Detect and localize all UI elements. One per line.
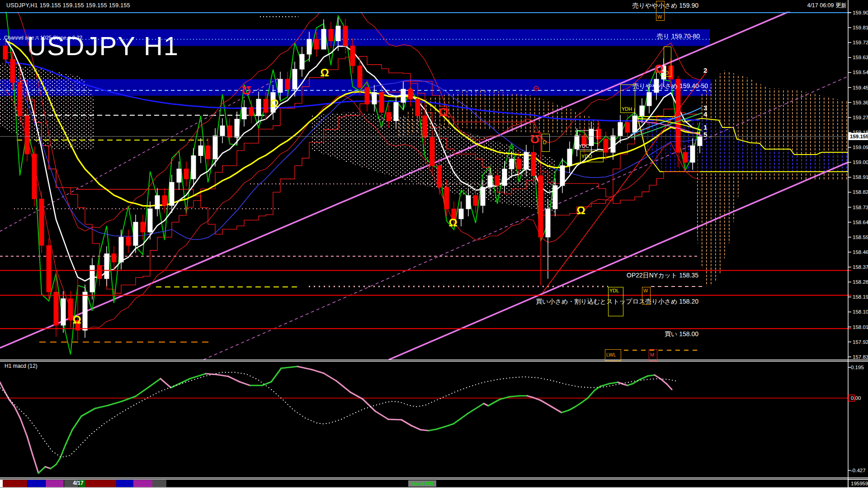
candle-body xyxy=(387,113,391,121)
candle-body xyxy=(184,169,189,179)
price-axis-label: 158.370 xyxy=(853,264,868,270)
macd-main-line xyxy=(14,407,20,418)
macd-main-line xyxy=(27,436,33,455)
period-box-m: M xyxy=(649,349,657,361)
price-axis-label: 158.730 xyxy=(853,205,868,210)
candle-body xyxy=(32,154,37,199)
macd-main-line xyxy=(336,381,350,392)
macd-main-line xyxy=(81,408,95,416)
candle-body xyxy=(553,186,557,209)
candle-body xyxy=(220,126,225,136)
candle-body xyxy=(466,196,471,209)
candle-body xyxy=(162,196,167,206)
candle-body xyxy=(625,122,630,132)
candle-body xyxy=(47,245,51,292)
macd-main-line xyxy=(45,467,51,469)
timeline-segment xyxy=(133,480,152,487)
price-axis-label: 159.720 xyxy=(853,40,868,45)
macd-main-line xyxy=(436,427,445,429)
candle-body xyxy=(423,116,427,137)
candle-body xyxy=(307,39,311,54)
annotation-sell-15940: 売りやや小さめ 159.40-50 xyxy=(428,82,708,90)
price-axis[interactable]: 159.900159.810159.720159.630159.540159.4… xyxy=(848,10,868,360)
chart-canvas[interactable]: USDJPY H1ΩΩΩΩΩΩΩΩΩ159.900159.810159.7201… xyxy=(0,0,868,488)
macd-main-line xyxy=(72,416,81,430)
macd-axis-top: 0.195 xyxy=(851,365,864,370)
date-label: 4/17 xyxy=(67,480,89,486)
sell-signal-icon: Ω xyxy=(655,62,664,75)
candle-body xyxy=(227,126,232,137)
macd-main-line xyxy=(66,430,72,445)
macd-main-line xyxy=(468,404,484,413)
price-axis-label: 158.640 xyxy=(853,220,868,225)
price-axis-label: 158.280 xyxy=(853,279,868,285)
price-axis-label: 157.830 xyxy=(853,354,868,360)
price-axis-label: 159.360 xyxy=(853,100,868,105)
candle-body xyxy=(90,265,94,292)
macd-main-line xyxy=(509,396,520,397)
macd-main-line xyxy=(609,382,618,384)
candle-body xyxy=(509,159,514,169)
candle-body xyxy=(647,93,651,106)
period-box-ydc: YDC xyxy=(577,130,598,150)
candle-body xyxy=(473,196,478,206)
channel-info-label: Channel size = 1025 Slope = 9.22 xyxy=(4,35,82,40)
macd-main-line xyxy=(484,404,488,406)
candle-body xyxy=(54,292,58,325)
macd-main-line xyxy=(552,407,561,413)
candle-body xyxy=(242,108,246,119)
macd-main-line xyxy=(60,445,66,458)
timeline-segment xyxy=(0,480,3,487)
macd-main-line xyxy=(190,374,206,379)
candle-body xyxy=(365,88,369,104)
update-timestamp: 4/17 06:09 更新 xyxy=(769,2,847,9)
candle-body xyxy=(481,187,485,205)
candle-body xyxy=(488,176,492,188)
candle-body xyxy=(524,152,528,169)
candle-body xyxy=(611,136,615,152)
candle-body xyxy=(408,89,413,99)
candle-body xyxy=(104,254,109,279)
candle-body xyxy=(343,26,348,46)
candle-body xyxy=(394,103,398,121)
candle-body xyxy=(119,237,123,262)
sell-signal-icon: Ω xyxy=(439,105,448,119)
timeline-segment xyxy=(116,480,133,487)
candle-body xyxy=(300,54,304,69)
macd-main-line xyxy=(445,424,453,427)
candle-body xyxy=(690,145,695,162)
buy-signal-icon: Ω xyxy=(72,314,81,326)
candle-body xyxy=(459,209,463,219)
macd-panel[interactable] xyxy=(0,366,848,473)
candle-body xyxy=(560,166,565,186)
candle-body xyxy=(350,46,355,66)
macd-axis[interactable]: 0.1950.00-0.427195959 xyxy=(848,365,868,488)
price-axis-label: 158.820 xyxy=(853,189,868,195)
macd-main-line xyxy=(640,376,648,380)
candle-body xyxy=(336,26,340,41)
candle-body xyxy=(292,69,297,89)
macd-main-line xyxy=(633,380,640,384)
buy-signal-icon: Ω xyxy=(448,216,457,229)
ichimoku-cloud xyxy=(694,70,848,289)
wave-count-5: 5 xyxy=(703,131,707,138)
buy-signal-icon: Ω xyxy=(320,66,329,79)
current-price-value: 159.155 xyxy=(850,134,868,139)
candle-body xyxy=(415,99,420,116)
macd-main-line xyxy=(561,410,569,413)
candle-body xyxy=(155,196,160,209)
candle-body xyxy=(495,176,500,186)
candle-body xyxy=(632,116,637,132)
candle-body xyxy=(531,152,536,176)
candle-body xyxy=(358,66,362,88)
macd-main-line xyxy=(324,373,336,381)
macd-on-toggle[interactable]: macd ON xyxy=(408,480,436,487)
price-axis-label: 158.460 xyxy=(853,249,868,255)
price-axis-label: 157.920 xyxy=(853,339,868,345)
macd-main-line xyxy=(453,413,468,424)
sell-signal-icon: Ω xyxy=(242,84,251,97)
candle-body xyxy=(25,116,29,154)
macd-main-line xyxy=(9,399,14,407)
period-box-w: W xyxy=(656,1,665,21)
candle-body xyxy=(683,152,688,162)
